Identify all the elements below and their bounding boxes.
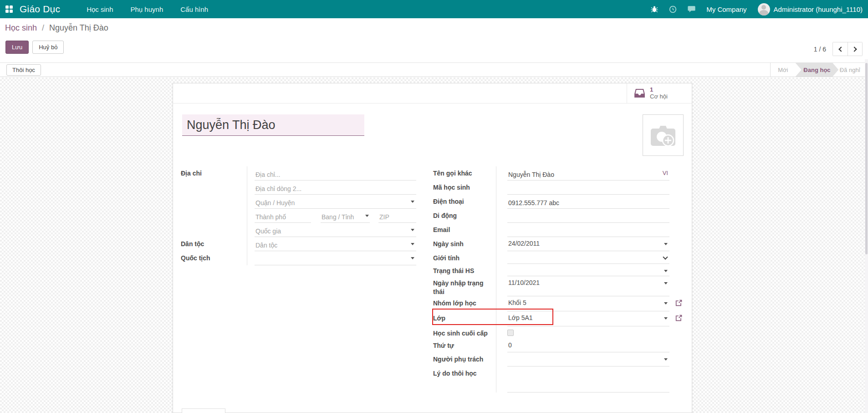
student-status-label: Trạng thái HS — [433, 264, 496, 276]
city-input[interactable] — [255, 209, 311, 222]
empty-label — [181, 181, 247, 195]
state-input[interactable] — [321, 209, 370, 222]
country-input[interactable] — [255, 223, 416, 237]
field-row-city-state-zip — [181, 209, 417, 223]
statusbar: Thôi học Mới Đang học Đã nghỉ — [0, 62, 865, 77]
breadcrumb-parent[interactable]: Học sinh — [5, 23, 37, 32]
dropdown-caret-icon[interactable] — [411, 229, 414, 231]
control-panel: Học sinh / Nguyễn Thị Đào Lưu Huỷ bỏ 1 /… — [0, 18, 868, 62]
status-date-value[interactable]: 11/10/2021 — [507, 276, 669, 296]
final-year-checkbox[interactable] — [507, 330, 514, 336]
birthdate-value[interactable]: 24/02/2011 — [507, 237, 669, 251]
manager-value[interactable] — [507, 352, 669, 366]
status-steps: Mới Đang học Đã nghỉ — [770, 63, 865, 77]
field-row-ethnicity: Dân tộc — [181, 237, 417, 251]
dropdown-caret-icon[interactable] — [411, 243, 414, 245]
street2-input[interactable] — [255, 181, 416, 194]
email-input[interactable] — [507, 223, 669, 237]
field-row-country — [181, 223, 417, 237]
zip-input[interactable] — [378, 209, 416, 222]
grid-square — [5, 5, 9, 9]
ethnicity-input[interactable] — [255, 237, 416, 251]
mobile-input[interactable] — [507, 209, 669, 222]
debug-bug-icon[interactable] — [651, 5, 658, 13]
vertical-scrollbar[interactable] — [865, 59, 868, 413]
breadcrumb: Học sinh / Nguyễn Thị Đào — [5, 23, 108, 33]
user-name: Administrator (huunghi_1110) — [774, 5, 863, 13]
dropdown-caret-icon[interactable] — [664, 317, 668, 320]
class-value[interactable]: Lớp 5A1 — [507, 311, 669, 326]
notebook-tab-partial[interactable] — [182, 408, 225, 413]
student-code-input[interactable] — [507, 181, 669, 194]
company-switcher[interactable]: My Company — [706, 5, 746, 13]
leave-reason-value[interactable] — [507, 367, 669, 392]
status-date-label: Ngày nhập trạng thái — [433, 276, 496, 296]
nationality-input[interactable] — [255, 251, 416, 265]
district-input[interactable] — [255, 195, 416, 208]
field-row-street2 — [181, 181, 417, 195]
empty-label — [181, 195, 247, 209]
stat-texts: 1 Cơ hội — [650, 87, 668, 100]
field-row-student-code: Mã học sinh — [433, 181, 689, 195]
photo-placeholder[interactable] — [643, 114, 684, 156]
record-pager: 1 / 6 — [814, 42, 863, 56]
street-input[interactable] — [255, 166, 416, 180]
chevron-right-icon — [852, 46, 857, 52]
nickname-input[interactable] — [507, 166, 669, 180]
status-step-new[interactable]: Mới — [771, 63, 796, 77]
drop-out-button[interactable]: Thôi học — [6, 64, 41, 76]
dropdown-caret-icon[interactable] — [365, 215, 369, 217]
messages-chat-icon[interactable] — [688, 5, 695, 13]
pager-previous-button[interactable] — [833, 42, 848, 56]
dropdown-caret-icon[interactable] — [411, 201, 414, 203]
menu-students[interactable]: Học sinh — [87, 5, 113, 13]
phone-input[interactable] — [507, 195, 669, 208]
leave-reason-label: Lý do thôi học — [433, 367, 496, 392]
field-row-manager: Người phụ trách — [433, 352, 689, 367]
field-row-district — [181, 195, 417, 209]
address-label: Địa chỉ — [181, 166, 247, 181]
app-brand[interactable]: Giáo Dục — [20, 4, 60, 15]
opportunity-stat-button[interactable]: 1 Cơ hội — [627, 83, 692, 103]
phone-label: Điện thoại — [433, 195, 496, 209]
field-row-sequence: Thứ tự 0 — [433, 339, 689, 352]
status-step-studying[interactable]: Đang học — [796, 63, 839, 77]
field-row-status-date: Ngày nhập trạng thái 11/10/2021 — [433, 276, 689, 296]
breadcrumb-current: Nguyễn Thị Đào — [49, 23, 108, 32]
dropdown-caret-icon[interactable] — [664, 282, 668, 284]
nationality-label: Quốc tịch — [181, 251, 247, 265]
status-step-left[interactable]: Đã nghỉ — [838, 63, 865, 77]
sequence-value[interactable]: 0 — [507, 339, 669, 352]
activities-clock-icon[interactable] — [669, 5, 677, 13]
user-menu[interactable]: Administrator (huunghi_1110) — [758, 3, 863, 15]
translate-button[interactable]: VI — [663, 170, 668, 176]
inbox-icon — [634, 89, 645, 98]
gender-value[interactable] — [507, 251, 669, 263]
pager-value[interactable]: 1 / 6 — [814, 46, 826, 53]
field-row-leave-reason: Lý do thôi học — [433, 367, 689, 392]
dropdown-caret-icon[interactable] — [664, 302, 668, 305]
user-avatar — [758, 3, 770, 15]
discard-button[interactable]: Huỷ bỏ — [32, 41, 64, 54]
dropdown-caret-icon[interactable] — [664, 270, 668, 272]
dropdown-caret-icon[interactable] — [664, 243, 668, 245]
birthdate-label: Ngày sinh — [433, 237, 496, 251]
sheet-header: 1 Cơ hội — [173, 83, 692, 103]
external-link-icon[interactable] — [675, 299, 682, 311]
student-status-value[interactable] — [507, 264, 669, 276]
field-row-final-year: Học sinh cuối cấp — [433, 326, 689, 339]
dropdown-caret-icon[interactable] — [411, 257, 414, 259]
field-row-email: Email — [433, 223, 689, 237]
class-group-value[interactable]: Khối 5 — [507, 296, 669, 311]
external-link-icon[interactable] — [675, 315, 682, 326]
pager-next-button[interactable] — [848, 42, 862, 56]
address-group: Địa chỉ — [181, 166, 417, 265]
ethnicity-label: Dân tộc — [181, 237, 247, 251]
save-button[interactable]: Lưu — [5, 41, 29, 54]
menu-parents[interactable]: Phụ huynh — [131, 5, 163, 13]
student-name-input[interactable] — [182, 114, 364, 136]
apps-grid-icon[interactable] — [5, 5, 13, 13]
scrollbar-thumb[interactable] — [865, 63, 868, 254]
menu-settings[interactable]: Cấu hình — [180, 5, 208, 13]
dropdown-caret-icon[interactable] — [664, 358, 668, 361]
